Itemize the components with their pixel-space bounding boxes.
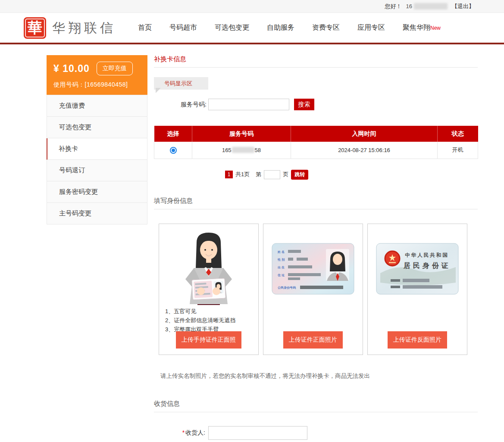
id-back-country: 中华人民共和国 (405, 252, 449, 258)
service-number-input[interactable] (208, 99, 289, 110)
number-display-tab[interactable]: 号码显示区 (154, 77, 208, 90)
using-number-text: 使用号码：[16569840458] (53, 81, 141, 89)
row-status: 开机 (438, 142, 478, 159)
id-front-field-number: 公民身份号码 (277, 286, 296, 289)
nav-item-tariff-zone[interactable]: 资费专区 (312, 23, 340, 32)
upload-id-front-button[interactable]: 上传证件正面照片 (283, 331, 343, 349)
row-service-number: 165 58 (222, 147, 261, 153)
wallet-panel: ¥ 10.00 立即充值 使用号码：[16569840458] (47, 55, 147, 95)
search-button[interactable]: 搜索 (294, 99, 314, 110)
recharge-button[interactable]: 立即充值 (97, 62, 133, 75)
id-front-illustration: 姓 名 性 别 出 生 住 址 公民身份号码 (263, 243, 363, 295)
table-header-status: 状态 (438, 126, 478, 142)
card-id-back: 中华人民共和国 居民身份证 上传证件反面照片 (367, 224, 467, 355)
nav-item-home[interactable]: 首页 (138, 23, 152, 32)
logo-seal-icon: 華 (24, 17, 46, 39)
upload-id-back-button[interactable]: 上传证件反面照片 (388, 331, 447, 349)
sidebar-item-package-change[interactable]: 可选包变更 (47, 117, 147, 138)
blurred-phone-number (414, 3, 448, 9)
nav-item-self-service[interactable]: 自助服务 (267, 23, 294, 32)
sidebar-item-card-replacement[interactable]: 补换卡 (47, 138, 147, 160)
id-back-card-name: 居民身份证 (403, 262, 451, 269)
id-front-field-address: 住 址 (277, 274, 285, 277)
page: 您好！ 16 【退出】 華 华翔联信 首页 号码超市 可选包变更 自助服务 资费… (0, 0, 504, 442)
new-badge: New (430, 25, 441, 31)
id-back-icon: 中华人民共和国 居民身份证 (376, 243, 459, 295)
number-prefix: 165 (222, 147, 232, 153)
row-join-time: 2024-08-27 15:06:16 (291, 142, 438, 159)
card-holding-id: 1、五官可见 2、证件全部信息清晰无遮挡 3、完整露出双手手臂 上传手持证件正面… (159, 224, 259, 355)
id-front-icon: 姓 名 性 别 出 生 住 址 公民身份号码 (272, 243, 354, 295)
goto-suffix-label: 页 (283, 171, 288, 178)
nav-item-package-change[interactable]: 可选包变更 (215, 23, 249, 32)
goto-page-input[interactable] (264, 170, 280, 179)
consignee-input[interactable] (208, 426, 307, 440)
id-front-field-birth: 出 生 (278, 266, 285, 269)
goto-prefix-label: 第 (256, 171, 261, 178)
id-front-field-gender: 性 别 (277, 258, 285, 261)
realname-notice: 请上传实名制照片，若您的实名制审核不通过，将无法办理补换卡，商品无法发出 (160, 372, 478, 380)
nav-item-app-zone[interactable]: 应用专区 (357, 23, 385, 32)
greeting-text: 您好！ (385, 3, 402, 10)
id-back-illustration: 中华人民共和国 居民身份证 (368, 243, 467, 295)
brand[interactable]: 華 华翔联信 (24, 17, 116, 39)
section-title-identity-info: 填写身份信息 (154, 197, 478, 209)
upload-cards: 1、五官可见 2、证件全部信息清晰无遮挡 3、完整露出双手手臂 上传手持证件正面… (159, 224, 478, 355)
table-row: 165 58 2024-08-27 15:06:16 开机 (154, 142, 478, 159)
sidebar-item-service-password[interactable]: 服务密码变更 (47, 181, 147, 203)
consignee-row: *收货人: (154, 426, 478, 440)
goto-button[interactable]: 跳转 (291, 170, 308, 180)
consignee-label: *收货人: (154, 429, 208, 437)
user-phone-prefix: 16 (406, 3, 412, 9)
consignee-label-text: 收货人: (185, 429, 205, 436)
pagination: 1 共1页 第 页 跳转 (225, 170, 478, 180)
blurred-number-middle (232, 147, 254, 153)
nav-item-focus-label: 聚焦华翔 (403, 24, 430, 31)
page-total-label: 共1页 (235, 171, 250, 178)
required-mark: * (182, 429, 185, 436)
tip-2: 2、证件全部信息清晰无遮挡 (165, 316, 258, 325)
sidebar-item-main-number-change[interactable]: 主号码变更 (47, 203, 147, 224)
sidebar-menu: 充值缴费 可选包变更 补换卡 号码退订 服务密码变更 主号码变更 (47, 95, 147, 224)
service-number-search-row: 服务号码: 搜索 (154, 99, 478, 110)
logout-link[interactable]: 【退出】 (452, 3, 474, 10)
topbar: 您好！ 16 【退出】 (0, 0, 504, 13)
balance-amount: ¥ 10.00 (53, 63, 90, 75)
main-nav: 首页 号码超市 可选包变更 自助服务 资费专区 应用专区 聚焦华翔New (138, 13, 441, 43)
section-title-card-info: 补换卡信息 (154, 55, 478, 68)
number-suffix: 58 (255, 147, 261, 153)
section-title-shipping-info: 收货信息 (154, 400, 478, 412)
tip-1: 1、五官可见 (165, 307, 258, 316)
national-emblem-icon (385, 251, 400, 266)
id-front-field-name: 姓 名 (277, 250, 285, 254)
main-content: 补换卡信息 号码显示区 服务号码: 搜索 选择 服务号码 入网时间 状态 (154, 55, 478, 442)
sidebar: ¥ 10.00 立即充值 使用号码：[16569840458] 充值缴费 可选包… (47, 55, 147, 224)
nav-item-focus[interactable]: 聚焦华翔New (403, 23, 441, 32)
page-button-1[interactable]: 1 (225, 171, 233, 178)
service-number-label: 服务号码: (154, 101, 208, 109)
sidebar-item-recharge[interactable]: 充值缴费 (47, 95, 147, 117)
upload-holding-id-button[interactable]: 上传手持证件正面照 (176, 331, 241, 349)
person-holding-id-icon (163, 227, 254, 305)
table-header-number: 服务号码 (192, 126, 291, 142)
service-number-table: 选择 服务号码 入网时间 状态 165 58 202 (154, 126, 478, 159)
card-id-front: 姓 名 性 别 出 生 住 址 公民身份号码 (263, 224, 363, 355)
header: 華 华翔联信 首页 号码超市 可选包变更 自助服务 资费专区 应用专区 聚焦华翔… (0, 13, 504, 44)
brand-name: 华翔联信 (52, 19, 116, 37)
photo-tips: 1、五官可见 2、证件全部信息清晰无遮挡 3、完整露出双手手臂 (165, 307, 258, 334)
sidebar-item-number-unsubscribe[interactable]: 号码退订 (47, 160, 147, 181)
row-radio-selected[interactable] (170, 147, 177, 154)
nav-item-number-market[interactable]: 号码超市 (169, 23, 197, 32)
holding-id-illustration (159, 227, 258, 305)
table-header-join-time: 入网时间 (291, 126, 438, 142)
table-header-select: 选择 (154, 126, 192, 142)
